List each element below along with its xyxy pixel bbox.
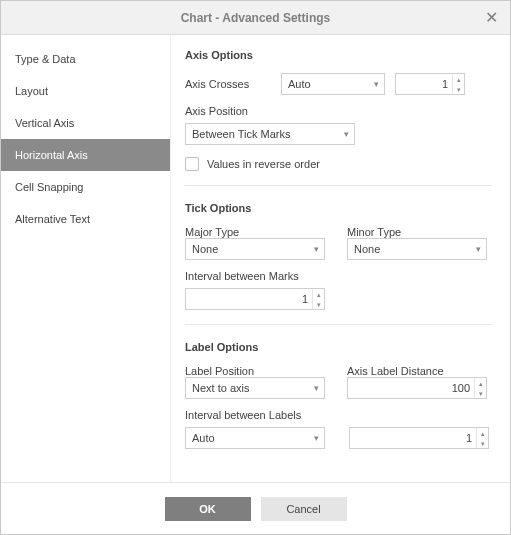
- spinner-interval-labels-input[interactable]: [350, 428, 476, 448]
- label-reverse-order: Values in reverse order: [207, 158, 320, 170]
- spinner-interval-marks[interactable]: ▴▾: [185, 288, 325, 310]
- select-interval-labels[interactable]: Auto ▾: [185, 427, 325, 449]
- spinner-buttons: ▴▾: [312, 289, 324, 309]
- spinner-interval-marks-input[interactable]: [186, 289, 312, 309]
- main-panel: Axis Options Axis Crosses Auto ▾ ▴▾ Axis…: [171, 35, 510, 482]
- select-minor-type[interactable]: None ▾: [347, 238, 487, 260]
- col-axis-label-distance: Axis Label Distance ▴▾: [347, 365, 487, 399]
- label-axis-label-distance: Axis Label Distance: [347, 365, 444, 377]
- chevron-down-icon: ▾: [314, 433, 319, 443]
- label-axis-position: Axis Position: [185, 105, 492, 117]
- caret-up-icon[interactable]: ▴: [475, 378, 486, 388]
- spinner-axis-label-distance[interactable]: ▴▾: [347, 377, 487, 399]
- chevron-down-icon: ▾: [314, 244, 319, 254]
- select-major-type[interactable]: None ▾: [185, 238, 325, 260]
- ok-button[interactable]: OK: [165, 497, 251, 521]
- row-interval-labels: Auto ▾ ▴▾: [185, 427, 492, 449]
- sidebar-item-layout[interactable]: Layout: [1, 75, 170, 107]
- row-tick-types: Major Type None ▾ Minor Type None ▾: [185, 226, 492, 260]
- sidebar-item-horizontal-axis[interactable]: Horizontal Axis: [1, 139, 170, 171]
- select-label-position-value: Next to axis: [192, 382, 249, 394]
- spinner-interval-labels[interactable]: ▴▾: [349, 427, 489, 449]
- sidebar-item-cell-snapping[interactable]: Cell Snapping: [1, 171, 170, 203]
- checkbox-reverse-order[interactable]: [185, 157, 199, 171]
- caret-down-icon[interactable]: ▾: [475, 388, 486, 398]
- close-icon[interactable]: ✕: [482, 8, 500, 26]
- caret-down-icon[interactable]: ▾: [477, 438, 488, 448]
- label-minor-type: Minor Type: [347, 226, 401, 238]
- cancel-button[interactable]: Cancel: [261, 497, 347, 521]
- select-axis-position-value: Between Tick Marks: [192, 128, 290, 140]
- section-axis-options: Axis Options: [185, 49, 492, 61]
- caret-up-icon[interactable]: ▴: [313, 289, 324, 299]
- spinner-axis-crosses-value[interactable]: ▴▾: [395, 73, 465, 95]
- select-major-type-value: None: [192, 243, 218, 255]
- spinner-axis-label-distance-input[interactable]: [348, 378, 474, 398]
- select-minor-type-value: None: [354, 243, 380, 255]
- spinner-axis-crosses-input[interactable]: [396, 74, 452, 94]
- chart-advanced-settings-dialog: Chart - Advanced Settings ✕ Type & Data …: [0, 0, 511, 535]
- col-minor-type: Minor Type None ▾: [347, 226, 487, 260]
- dialog-title: Chart - Advanced Settings: [181, 11, 331, 25]
- row-axis-crosses: Axis Crosses Auto ▾ ▴▾: [185, 73, 492, 95]
- chevron-down-icon: ▾: [374, 79, 379, 89]
- label-label-position: Label Position: [185, 365, 254, 377]
- dialog-body: Type & Data Layout Vertical Axis Horizon…: [1, 35, 510, 482]
- select-axis-position[interactable]: Between Tick Marks ▾: [185, 123, 355, 145]
- sidebar-item-vertical-axis[interactable]: Vertical Axis: [1, 107, 170, 139]
- chevron-down-icon: ▾: [344, 129, 349, 139]
- caret-up-icon[interactable]: ▴: [453, 74, 464, 84]
- caret-down-icon[interactable]: ▾: [313, 299, 324, 309]
- spinner-buttons: ▴▾: [452, 74, 464, 94]
- caret-down-icon[interactable]: ▾: [453, 84, 464, 94]
- footer: OK Cancel: [1, 482, 510, 534]
- label-major-type: Major Type: [185, 226, 239, 238]
- select-axis-crosses-value: Auto: [288, 78, 311, 90]
- caret-up-icon[interactable]: ▴: [477, 428, 488, 438]
- col-label-position: Label Position Next to axis ▾: [185, 365, 325, 399]
- sidebar-item-type-data[interactable]: Type & Data: [1, 43, 170, 75]
- spinner-buttons: ▴▾: [476, 428, 488, 448]
- label-interval-marks: Interval between Marks: [185, 270, 492, 282]
- select-axis-crosses[interactable]: Auto ▾: [281, 73, 385, 95]
- titlebar: Chart - Advanced Settings ✕: [1, 1, 510, 35]
- select-interval-labels-value: Auto: [192, 432, 215, 444]
- section-label-options: Label Options: [185, 341, 492, 353]
- divider: [185, 185, 492, 186]
- label-axis-crosses: Axis Crosses: [185, 78, 271, 90]
- row-reverse-order: Values in reverse order: [185, 157, 492, 171]
- row-label-pos-dist: Label Position Next to axis ▾ Axis Label…: [185, 365, 492, 399]
- select-label-position[interactable]: Next to axis ▾: [185, 377, 325, 399]
- spinner-buttons: ▴▾: [474, 378, 486, 398]
- label-interval-labels: Interval between Labels: [185, 409, 492, 421]
- chevron-down-icon: ▾: [476, 244, 481, 254]
- col-major-type: Major Type None ▾: [185, 226, 325, 260]
- chevron-down-icon: ▾: [314, 383, 319, 393]
- sidebar: Type & Data Layout Vertical Axis Horizon…: [1, 35, 171, 482]
- divider: [185, 324, 492, 325]
- section-tick-options: Tick Options: [185, 202, 492, 214]
- sidebar-item-alternative-text[interactable]: Alternative Text: [1, 203, 170, 235]
